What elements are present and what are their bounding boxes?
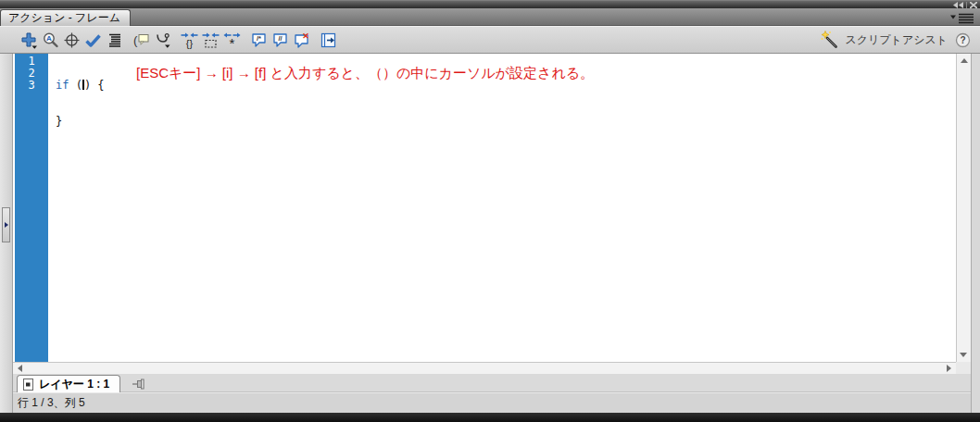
add-script-item-button[interactable] [19,29,40,51]
panel-grip-arrow-icon [5,222,8,228]
remove-comment-x-glyph: ✕ [302,31,309,41]
help-button[interactable]: ? [955,32,971,48]
svg-text:{}: {} [186,38,194,49]
code-open-paren: ( [69,79,82,92]
scroll-down-arrow-icon[interactable] [960,353,967,357]
expand-all-button[interactable]: * [221,29,243,51]
svg-text:(: ( [133,33,138,47]
actions-toolbar: A ( [0,26,980,54]
script-assist-button[interactable]: スクリプトアシスト [821,31,948,49]
insert-target-path-icon [63,31,81,49]
collapse-between-braces-button[interactable]: {} [179,29,200,51]
block-comment-glyph: /* [257,34,261,43]
script-tab-label: レイヤー 1 : 1 [39,377,109,392]
find-button[interactable]: A [40,29,61,51]
vertical-scrollbar[interactable] [956,54,971,362]
collapse-selection-button[interactable] [200,29,221,51]
expand-all-icon: * [223,31,241,49]
apply-block-comment-icon: /* [250,31,268,49]
magic-wand-icon [821,31,839,49]
line-number: 3 [15,80,48,92]
find-icon: A [42,31,59,49]
divider [966,2,967,8]
show-hide-toolbox-icon [320,31,337,49]
help-question-glyph: ? [960,35,965,45]
tutorial-annotation: [ESCキー] → [i] → [f] と入力すると、（）の中にカーソルが設定さ… [136,65,594,82]
code-close-paren-brace: ) { [84,79,105,92]
collapse-panel-icon [953,2,963,8]
panel-left-edge [0,54,13,413]
panel-tab-bar: アクション - フレーム [0,8,980,26]
close-panel-button[interactable] [970,2,977,8]
keyword-if: if [56,79,69,92]
close-panel-icon [970,2,977,8]
pin-script-button[interactable] [132,378,147,393]
code-line-2: } [56,116,105,128]
script-page-icon [23,379,33,391]
code-text[interactable]: if () { } [56,56,105,152]
apply-line-comment-icon: // [271,31,289,49]
help-icon: ? [955,32,971,48]
panel-right-edge [971,54,980,413]
find-letter: A [46,34,52,43]
check-syntax-button[interactable] [82,29,104,51]
auto-format-icon [106,31,123,49]
remove-comment-button[interactable]: ✕ [291,29,312,51]
apply-line-comment-button[interactable]: // [270,29,291,51]
collapse-between-braces-icon: {} [181,31,198,49]
insert-target-path-button[interactable] [61,29,82,51]
show-code-hint-button[interactable]: ( [131,29,152,51]
scroll-right-arrow-icon[interactable] [947,365,951,372]
collapse-selection-icon [202,31,220,49]
panel-menu-icon [950,12,974,24]
script-tab-bar: レイヤー 1 : 1 [13,374,971,392]
cursor-position-status: 行 1 / 3、列 5 [18,395,85,411]
line-number-gutter: 1 2 3 [15,54,48,362]
horizontal-scrollbar[interactable] [13,362,956,374]
script-assist-label: スクリプトアシスト [845,32,948,48]
panel-collapse-grip[interactable] [2,207,10,242]
script-editor[interactable]: 1 2 3 if () { } [ESCキー] → [i] → [f] と入力す… [13,54,971,362]
collapse-panel-button[interactable] [953,2,963,8]
scroll-left-arrow-icon[interactable] [18,365,22,372]
script-tab-layer1[interactable]: レイヤー 1 : 1 [17,375,120,392]
tab-actions-frame[interactable]: アクション - フレーム [0,9,131,26]
panel-menu-button[interactable] [950,11,974,23]
remove-comment-icon: ✕ [293,31,310,49]
svg-text:*: * [230,34,235,49]
panel-drag-bar[interactable] [0,0,980,8]
code-line-1: if () { [56,80,105,92]
debug-options-button[interactable] [152,29,173,51]
scrollbar-corner [956,362,971,374]
status-bar: 行 1 / 3、列 5 [13,392,971,413]
debug-options-icon [154,31,171,49]
show-hide-toolbox-button[interactable] [318,29,339,51]
panel-bottom-edge [0,413,980,422]
add-script-item-icon [20,31,38,49]
check-syntax-icon [84,31,102,49]
actions-panel: アクション - フレーム A [0,0,980,422]
panel-tab-title: アクション - フレーム [8,10,120,26]
apply-block-comment-button[interactable]: /* [248,29,270,51]
auto-format-button[interactable] [104,29,125,51]
pushpin-icon [132,378,147,391]
show-code-hint-icon: ( [132,31,150,49]
scroll-up-arrow-icon[interactable] [961,58,968,63]
